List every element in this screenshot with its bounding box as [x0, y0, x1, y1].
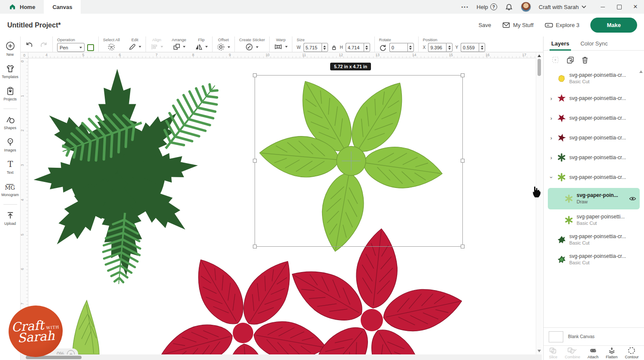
height-stepper[interactable] — [364, 43, 370, 52]
layer-row[interactable]: › svg-paper-poinsettia-cr... — [544, 108, 644, 128]
scroll-down-arrow-icon[interactable] — [538, 350, 541, 352]
width-input[interactable] — [304, 43, 322, 52]
layer-row-selected[interactable]: svg-paper-poin...Draw — [548, 188, 640, 209]
layer-row[interactable]: › svg-paper-poinsettia-cr... — [544, 167, 644, 187]
flatten-button[interactable]: Flatten — [606, 347, 618, 359]
scrollbar-thumb[interactable] — [538, 59, 541, 76]
close-button[interactable]: ✕ — [633, 4, 638, 9]
flip-button[interactable] — [195, 43, 203, 51]
layer-row[interactable]: svg-paper-poinsettia-cr...Basic Cut — [544, 250, 644, 269]
offset-button[interactable] — [217, 43, 225, 51]
selection-handle-sw[interactable] — [253, 245, 257, 248]
color-swatch[interactable] — [87, 44, 94, 51]
lock-icon[interactable] — [331, 45, 337, 51]
selection-handle-e[interactable] — [461, 159, 465, 163]
redo-button[interactable] — [39, 41, 48, 48]
canvas-vertical-scrollbar[interactable] — [536, 52, 542, 354]
sidebar-item-templates[interactable]: Templates — [2, 64, 18, 79]
expand-chevron-icon[interactable]: › — [549, 154, 554, 161]
duplicate-icon[interactable] — [566, 56, 575, 64]
layer-row[interactable]: svg-paper-poinsettia-cr...Basic Cut — [544, 69, 644, 88]
expand-chevron-icon[interactable]: › — [549, 95, 554, 102]
tab-color-sync[interactable]: Color Sync — [580, 40, 608, 50]
account-menu[interactable]: Craft with Sarah — [539, 4, 586, 10]
align-label: Align — [152, 37, 161, 42]
caret-icon[interactable] — [205, 46, 208, 48]
notifications-bell-icon[interactable] — [505, 3, 513, 11]
selection-box[interactable] — [255, 75, 463, 247]
holly-cluster-shape[interactable] — [32, 69, 199, 278]
make-button[interactable]: Make — [590, 18, 637, 33]
help-button[interactable]: Help ? — [477, 3, 497, 10]
height-field[interactable] — [346, 43, 370, 52]
layer-row[interactable]: svg-paper-poinsetti...Basic Cut — [544, 210, 644, 230]
sidebar-item-images[interactable]: Images — [4, 137, 16, 152]
canvas-surface[interactable]: 5.72 in x 4.71 in 0% + — [28, 58, 536, 354]
caret-icon[interactable] — [228, 46, 230, 48]
sidebar-item-text[interactable]: T Text — [6, 160, 15, 175]
canvas-horizontal-scrollbar[interactable] — [21, 354, 542, 360]
arrange-button[interactable] — [173, 43, 180, 51]
rotate-icon[interactable] — [379, 44, 387, 51]
list-scroll-up-icon[interactable] — [639, 70, 643, 73]
caret-icon[interactable] — [139, 46, 141, 48]
sidebar-item-monogram[interactable]: MG Monogram — [1, 182, 19, 197]
selection-handle-ne[interactable] — [461, 73, 465, 77]
sidebar-item-new[interactable]: New — [5, 41, 15, 57]
poinsettia-red-shape[interactable] — [157, 251, 330, 354]
attach-button[interactable]: Attach — [587, 347, 598, 359]
caret-icon[interactable] — [256, 46, 258, 48]
select-all-button[interactable] — [107, 43, 115, 51]
explore-machine-button[interactable]: Explore 3 — [545, 22, 580, 28]
expand-chevron-icon[interactable]: › — [549, 115, 554, 121]
selection-handle-w[interactable] — [253, 159, 257, 163]
rotate-input[interactable] — [389, 43, 407, 52]
scroll-up-arrow-icon[interactable] — [538, 54, 541, 57]
tab-layers[interactable]: Layers — [551, 40, 569, 50]
x-stepper[interactable] — [446, 43, 453, 52]
caret-icon[interactable] — [183, 46, 185, 48]
edit-pencil-icon[interactable] — [128, 43, 136, 51]
blank-canvas-row[interactable]: Blank Canvas — [544, 327, 644, 345]
warp-button[interactable] — [274, 43, 283, 51]
undo-button[interactable] — [25, 41, 33, 48]
sidebar-item-projects[interactable]: Projects — [3, 86, 17, 101]
tab-canvas[interactable]: Canvas — [44, 0, 81, 14]
zoom-in-button[interactable]: + — [67, 350, 75, 354]
selection-handle-se[interactable] — [461, 245, 465, 248]
y-stepper[interactable] — [479, 43, 485, 52]
sidebar-item-upload[interactable]: Upload — [4, 211, 16, 226]
selection-handle-nw[interactable] — [253, 73, 257, 77]
layer-row[interactable]: svg-paper-poinsettia-cr...Basic Cut — [544, 230, 644, 250]
fern-shape[interactable] — [150, 73, 231, 161]
height-input[interactable] — [346, 43, 364, 52]
expand-chevron-icon[interactable]: › — [549, 135, 554, 141]
collapse-chevron-icon[interactable]: › — [548, 175, 555, 180]
green-leaf-shape[interactable] — [73, 300, 99, 354]
more-menu-button[interactable]: ••• — [461, 4, 469, 9]
rotate-field[interactable] — [389, 43, 414, 52]
create-sticker-button[interactable] — [245, 43, 253, 51]
save-button[interactable]: Save — [478, 22, 491, 28]
x-input[interactable] — [428, 43, 446, 52]
visibility-eye-icon[interactable] — [629, 196, 636, 202]
layer-row[interactable]: › svg-paper-poinsettia-cr... — [544, 128, 644, 148]
operation-select[interactable]: Pen — [57, 43, 85, 52]
sidebar-item-shapes[interactable]: Shapes — [4, 115, 16, 130]
my-stuff-button[interactable]: My Stuff — [502, 22, 533, 28]
trash-icon[interactable] — [581, 56, 589, 64]
width-field[interactable] — [304, 43, 328, 52]
minimize-button[interactable] — [600, 4, 605, 9]
avatar[interactable] — [521, 2, 531, 12]
contour-button[interactable]: Contour — [625, 347, 638, 359]
tab-home[interactable]: Home — [0, 0, 44, 14]
x-field[interactable] — [428, 43, 453, 52]
maximize-button[interactable] — [617, 4, 622, 9]
width-stepper[interactable] — [322, 43, 328, 52]
y-input[interactable] — [461, 43, 479, 52]
layer-row[interactable]: › svg-paper-poinsettia-cr... — [544, 88, 644, 108]
layer-row[interactable]: › svg-paper-poinsettia-cr... — [544, 148, 644, 167]
caret-icon[interactable] — [285, 46, 288, 48]
rotate-stepper[interactable] — [407, 43, 414, 52]
y-field[interactable] — [461, 43, 485, 52]
